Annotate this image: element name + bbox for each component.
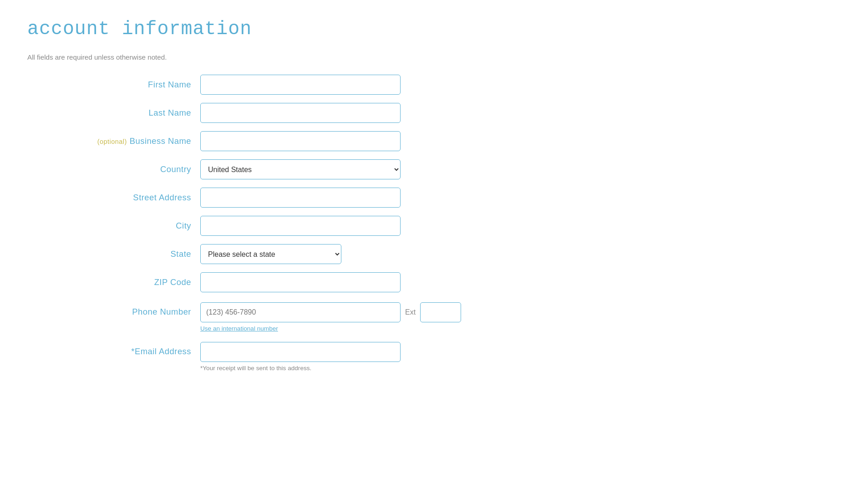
page-title: account information xyxy=(27,18,841,40)
street-address-label: Street Address xyxy=(27,193,200,203)
country-select[interactable]: United States Canada United Kingdom Aust… xyxy=(200,159,401,179)
city-row: City xyxy=(27,216,505,236)
phone-number-label: Phone Number xyxy=(27,302,200,317)
last-name-label: Last Name xyxy=(27,108,200,118)
state-label: State xyxy=(27,249,200,259)
first-name-input[interactable] xyxy=(200,75,401,95)
phone-input-wrapper: Ext Use an international number xyxy=(200,302,461,332)
city-input[interactable] xyxy=(200,216,401,236)
optional-tag: (optional) xyxy=(97,138,127,145)
phone-number-input[interactable] xyxy=(200,302,401,322)
email-address-label: *Email Address xyxy=(27,342,200,356)
first-name-label: First Name xyxy=(27,80,200,90)
state-select[interactable]: Please select a state Alabama Alaska Ari… xyxy=(200,244,341,264)
zip-code-row: ZIP Code xyxy=(27,272,505,292)
street-address-input[interactable] xyxy=(200,188,401,208)
email-receipt-note: *Your receipt will be sent to this addre… xyxy=(200,365,401,372)
page-subtitle: All fields are required unless otherwise… xyxy=(27,53,841,61)
phone-number-row: Phone Number Ext Use an international nu… xyxy=(27,300,505,332)
phone-hint[interactable]: Use an international number xyxy=(200,325,461,332)
street-address-row: Street Address xyxy=(27,188,505,208)
zip-code-label: ZIP Code xyxy=(27,277,200,287)
city-label: City xyxy=(27,221,200,231)
business-name-row: (optional)Business Name xyxy=(27,131,505,151)
last-name-row: Last Name xyxy=(27,103,505,123)
ext-label: Ext xyxy=(405,308,416,316)
state-row: State Please select a state Alabama Alas… xyxy=(27,244,505,264)
last-name-input[interactable] xyxy=(200,103,401,123)
email-input-wrapper: *Your receipt will be sent to this addre… xyxy=(200,342,401,372)
email-address-input[interactable] xyxy=(200,342,401,362)
ext-input[interactable] xyxy=(420,302,461,322)
country-row: Country United States Canada United King… xyxy=(27,159,505,179)
zip-code-input[interactable] xyxy=(200,272,401,292)
account-info-form: First Name Last Name (optional)Business … xyxy=(27,75,505,372)
business-name-label: (optional)Business Name xyxy=(27,136,200,146)
country-label: Country xyxy=(27,164,200,174)
phone-ext-row: Ext xyxy=(200,302,461,322)
business-name-input[interactable] xyxy=(200,131,401,151)
first-name-row: First Name xyxy=(27,75,505,95)
email-address-row: *Email Address *Your receipt will be sen… xyxy=(27,340,505,372)
